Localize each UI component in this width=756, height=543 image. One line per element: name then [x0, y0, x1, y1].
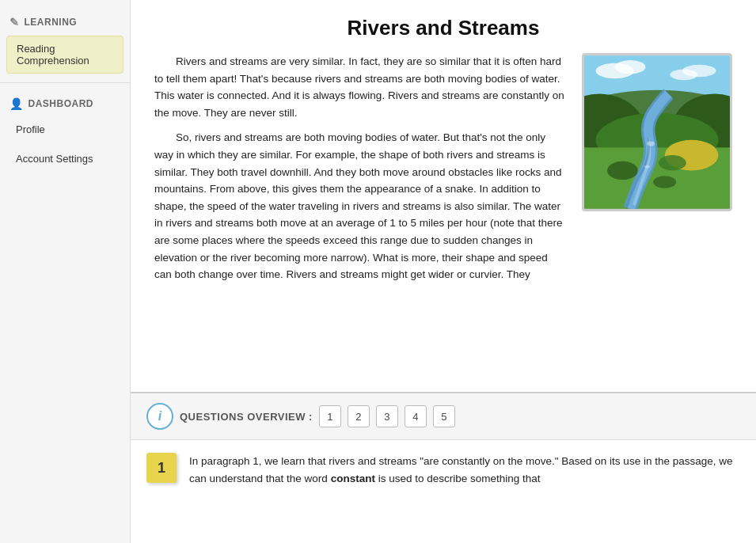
main-content: Rivers and Streams Rivers and streams ar…	[131, 0, 756, 543]
profile-label: Profile	[16, 123, 45, 135]
question-bold-word: constant	[331, 473, 375, 484]
question-text-continuation: is used to describe something that	[375, 473, 541, 484]
question-item-1: 1 In paragraph 1, we learn that rivers a…	[146, 453, 740, 487]
question-btn-3[interactable]: 3	[376, 405, 398, 427]
paragraph-1: Rivers and streams are very similar. In …	[154, 53, 566, 121]
svg-point-13	[653, 176, 676, 188]
reading-text: Rivers and streams are very similar. In …	[154, 53, 566, 291]
questions-info-icon[interactable]: i	[146, 403, 173, 430]
svg-point-14	[647, 142, 655, 146]
info-icon-text: i	[158, 409, 161, 423]
question-btn-2[interactable]: 2	[348, 405, 370, 427]
account-settings-label: Account Settings	[16, 153, 93, 165]
reading-image	[582, 53, 732, 211]
question-btn-5[interactable]: 5	[433, 405, 455, 427]
svg-point-4	[682, 65, 716, 77]
question-btn-1[interactable]: 1	[319, 405, 341, 427]
learning-icon: ✎	[9, 16, 20, 28]
question-text-1: In paragraph 1, we learn that rivers and…	[189, 453, 740, 487]
dashboard-icon: 👤	[9, 97, 24, 110]
dashboard-section-header: 👤 DASHBOARD	[0, 89, 130, 115]
river-scene-svg	[584, 55, 730, 209]
svg-point-2	[615, 60, 646, 74]
sidebar-divider-1	[0, 82, 130, 83]
question-badge-1: 1	[146, 453, 177, 483]
svg-point-12	[659, 155, 686, 170]
reading-comprehension-label: ReadingComprehension	[17, 43, 89, 66]
reading-body: Rivers and streams are very similar. In …	[154, 53, 732, 291]
sidebar: ✎ LEARNING ReadingComprehension 👤 DASHBO…	[0, 0, 131, 543]
paragraph-2: So, rivers and streams are both moving b…	[154, 129, 566, 283]
reading-title: Rivers and Streams	[154, 16, 732, 40]
sidebar-item-account-settings[interactable]: Account Settings	[6, 146, 123, 171]
reading-panel[interactable]: Rivers and Streams Rivers and streams ar…	[131, 0, 756, 393]
dashboard-label: DASHBOARD	[28, 98, 94, 109]
questions-bar: i QUESTIONS OVERVIEW : 1 2 3 4 5	[131, 393, 756, 440]
learning-section-header: ✎ LEARNING	[0, 8, 130, 33]
question-number-text: 1	[158, 460, 165, 477]
sidebar-item-profile[interactable]: Profile	[6, 117, 123, 142]
svg-point-15	[644, 165, 651, 169]
svg-point-11	[607, 161, 638, 180]
questions-overview-label: QUESTIONS OVERVIEW :	[180, 411, 313, 423]
question-panel[interactable]: 1 In paragraph 1, we learn that rivers a…	[131, 440, 756, 543]
question-btn-4[interactable]: 4	[405, 405, 427, 427]
learning-label: LEARNING	[25, 17, 78, 28]
sidebar-item-reading-comprehension[interactable]: ReadingComprehension	[6, 36, 123, 74]
